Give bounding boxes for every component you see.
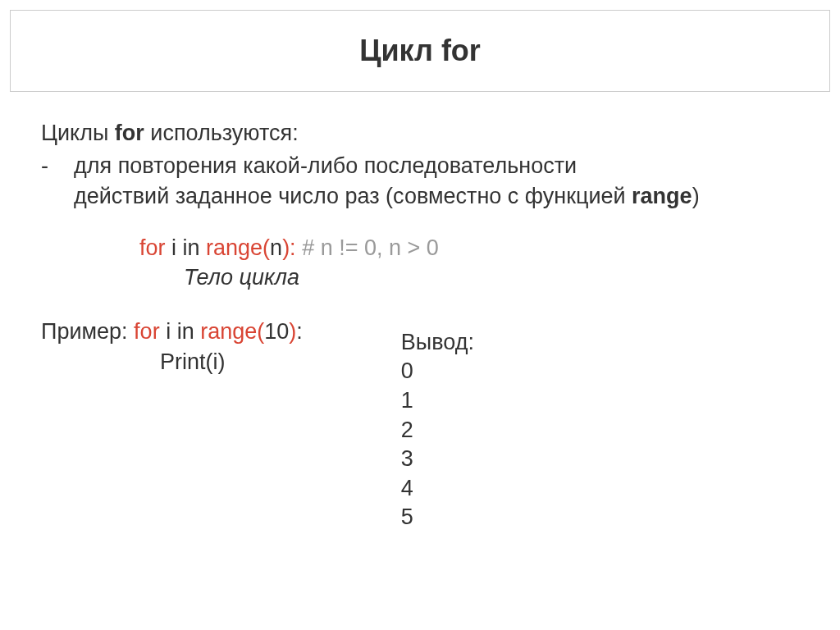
output-block: Вывод: 0 1 2 3 4 5	[401, 328, 474, 532]
output-line-3: 3	[401, 445, 474, 474]
content-body: Циклы for используются: - для повторения…	[10, 118, 830, 532]
output-line-2: 2	[401, 416, 474, 445]
example-line1: Пример: for i in range(10):	[41, 317, 303, 346]
ex-range: range(	[200, 319, 264, 344]
kw-range: range(	[206, 235, 270, 260]
output-label: Вывод:	[401, 328, 474, 357]
bullet-line1: для повторения какой-либо последовательн…	[74, 153, 577, 178]
syntax-n: n	[270, 235, 282, 260]
output-line-5: 5	[401, 503, 474, 532]
intro-prefix: Циклы	[41, 121, 115, 145]
syntax-paren-colon: ):	[282, 235, 296, 260]
syntax-line1: for i in range(n): # n != 0, n > 0	[139, 234, 799, 262]
syntax-body: Тело цикла	[184, 262, 799, 294]
syntax-comment: # n != 0, n > 0	[296, 235, 439, 260]
ex-for: for	[134, 319, 160, 344]
output-line-4: 4	[401, 474, 474, 504]
example-left: Пример: for i in range(10): Print(i)	[41, 317, 303, 377]
syntax-block: for i in range(n): # n != 0, n > 0 Тело …	[139, 234, 799, 294]
bullet-dash: -	[41, 151, 74, 180]
bullet-line2-bold: range	[632, 184, 692, 208]
ex-colon: :	[296, 319, 303, 344]
syntax-i-in: i in	[166, 235, 207, 260]
intro-bold: for	[115, 121, 144, 145]
example-print: Print(i)	[160, 347, 303, 377]
bullet-line2-prefix: действий заданное число раз (совместно с…	[74, 184, 632, 208]
ex-i-in: i in	[160, 319, 201, 344]
intro-line: Циклы for используются:	[41, 118, 799, 148]
example-section: Пример: for i in range(10): Print(i) Выв…	[41, 317, 799, 532]
intro-suffix: используются:	[144, 121, 299, 145]
output-line-1: 1	[401, 386, 474, 416]
kw-for: for	[139, 235, 166, 260]
ex-paren: )	[289, 319, 296, 344]
title-box: Цикл for	[10, 10, 830, 92]
example-label: Пример:	[41, 319, 134, 344]
bullet-text: для повторения какой-либо последовательн…	[74, 151, 799, 211]
bullet-line2-suffix: )	[692, 184, 700, 208]
bullet-row: - для повторения какой-либо последовател…	[41, 151, 799, 211]
page-title: Цикл for	[27, 34, 813, 68]
output-line-0: 0	[401, 357, 474, 386]
ex-ten: 10	[264, 319, 289, 344]
